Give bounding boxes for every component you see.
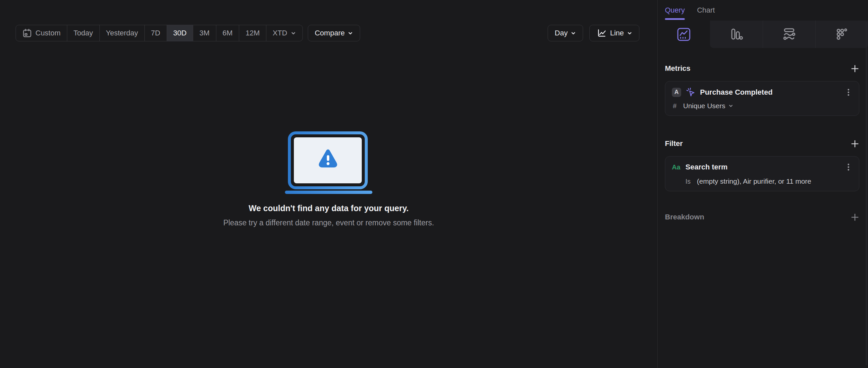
plus-icon [850, 213, 859, 222]
empty-state-title: We couldn't find any data for your query… [249, 203, 409, 213]
chevron-down-icon [347, 30, 353, 36]
aggregation-symbol: # [672, 102, 683, 110]
compare-button[interactable]: Compare [308, 25, 360, 41]
compare-label: Compare [315, 29, 345, 37]
toolbar: Custom Today Yesterday 7D 30D 3M 6M 12M … [16, 25, 640, 41]
filter-card[interactable]: Aa Search term Is (empty string), Air pu… [665, 156, 859, 191]
date-range-custom-button[interactable]: Custom [16, 25, 67, 41]
filter-condition-row[interactable]: Is (empty string), Air purifier, or 11 m… [672, 177, 852, 185]
metric-options-button[interactable] [844, 87, 852, 97]
granularity-label: Day [555, 29, 567, 37]
line-chart-icon [596, 28, 607, 38]
filter-header-label: Filter [665, 139, 683, 148]
toolbar-right-group: Day Line [548, 25, 640, 41]
tab-query-label: Query [665, 6, 685, 14]
chevron-down-icon [290, 30, 296, 36]
add-metric-button[interactable] [850, 64, 859, 73]
date-range-3m-button[interactable]: 3M [193, 25, 216, 41]
filter-section-header: Filter [665, 139, 859, 148]
add-filter-button[interactable] [850, 139, 859, 148]
tab-query[interactable]: Query [665, 0, 685, 21]
toolbar-left-group: Custom Today Yesterday 7D 30D 3M 6M 12M … [16, 25, 360, 41]
series-letter-badge: A [672, 88, 681, 97]
calendar-icon [22, 28, 32, 38]
date-range-6m-button[interactable]: 6M [216, 25, 239, 41]
chart-type-insights-tab[interactable] [658, 21, 710, 48]
breakdown-header-label: Breakdown [665, 213, 704, 222]
kebab-menu-icon [845, 163, 852, 171]
string-property-icon: Aa [672, 164, 681, 171]
chart-style-button[interactable]: Line [589, 25, 640, 41]
chart-type-flow-tab[interactable] [763, 21, 815, 48]
date-range-30d-button[interactable]: 30D [167, 25, 193, 41]
tab-chart[interactable]: Chart [697, 0, 715, 21]
date-range-selector: Custom Today Yesterday 7D 30D 3M 6M 12M … [16, 25, 303, 41]
granularity-button[interactable]: Day [548, 25, 583, 41]
bar-chart-icon [729, 27, 743, 42]
flow-icon [782, 27, 797, 42]
metric-event-name: Purchase Completed [700, 88, 773, 97]
filter-card-row: Aa Search term [672, 162, 852, 172]
empty-state: We couldn't find any data for your query… [0, 131, 657, 227]
retention-dots-icon [835, 27, 849, 42]
chart-type-tabs [658, 21, 868, 48]
metric-card[interactable]: A Purchase Completed # [665, 81, 859, 116]
metrics-section-header: Metrics [665, 64, 859, 73]
chevron-down-icon [627, 30, 632, 36]
plus-icon [850, 64, 859, 73]
chart-type-retention-tab[interactable] [815, 21, 868, 48]
breakdown-section-header: Breakdown [665, 212, 859, 222]
date-range-label: Custom [35, 29, 61, 37]
query-sidebar: Query Chart [657, 0, 868, 368]
chevron-down-icon [728, 103, 734, 108]
metric-card-row: A Purchase Completed [672, 87, 852, 97]
chart-type-bar-tab[interactable] [710, 21, 762, 48]
kebab-menu-icon [845, 88, 852, 97]
main-content: Custom Today Yesterday 7D 30D 3M 6M 12M … [0, 0, 657, 368]
filter-options-button[interactable] [844, 162, 852, 172]
metric-aggregation-row[interactable]: # Unique Users [672, 102, 852, 110]
insights-line-icon [677, 27, 691, 42]
date-range-7d-button[interactable]: 7D [145, 25, 167, 41]
chevron-down-icon [570, 30, 576, 36]
tab-chart-label: Chart [697, 6, 715, 14]
date-range-12m-button[interactable]: 12M [239, 25, 266, 41]
date-range-today-button[interactable]: Today [67, 25, 99, 41]
empty-state-subtitle: Please try a different date range, event… [223, 219, 434, 227]
filter-values: (empty string), Air purifier, or 11 more [697, 177, 811, 185]
add-breakdown-button[interactable] [850, 213, 859, 222]
plus-icon [850, 139, 859, 148]
metrics-header-label: Metrics [665, 64, 690, 73]
app-root: Custom Today Yesterday 7D 30D 3M 6M 12M … [0, 0, 868, 368]
filter-property-name: Search term [685, 163, 727, 171]
laptop-warning-illustration [285, 131, 372, 194]
sidebar-tabs: Query Chart [658, 0, 868, 21]
filter-operator: Is [685, 178, 691, 185]
query-panel-body: Metrics A Purchase Completed [658, 48, 868, 222]
sidebar-scrollbar[interactable] [866, 22, 867, 365]
date-range-xtd-button[interactable]: XTD [266, 25, 303, 41]
chart-style-label: Line [610, 29, 624, 37]
aggregation-label: Unique Users [683, 102, 725, 110]
date-range-label: XTD [273, 29, 287, 37]
date-range-yesterday-button[interactable]: Yesterday [99, 25, 145, 41]
click-event-icon [685, 87, 696, 97]
